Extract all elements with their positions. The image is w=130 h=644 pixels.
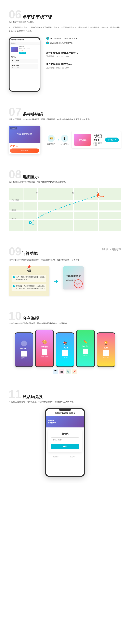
session-1-time-main: 开课时间：2021-1-10 18:00: [46, 55, 121, 58]
poster-qr-2: [42, 349, 47, 355]
poster-content-1: 平面设计1 扫码报名: [15, 333, 33, 366]
svg-text:东三环南路: 东三环南路: [12, 199, 19, 201]
qr-card-title: 在职研究78天速进进阶课: [93, 134, 103, 142]
session-1-title: 第一节 蜡笔画: [12, 60, 37, 61]
section-10-desc: 一键自动生成线下课专属海报，用户分享海报获得佣金、实现裂变。: [9, 322, 121, 325]
poster-screen-1: 平面设计1 扫码报名: [15, 333, 33, 366]
course-info: 产品大师 在职研究78天速进进阶 实价:10 购买课程: [19, 46, 30, 54]
qr-card-img-text: 在职研究课: [79, 139, 86, 141]
poster-content-5: 🏆 精品课 限时报名: [97, 333, 115, 366]
qa-title: 问答: [12, 269, 46, 272]
schedule-location: 📍 北京市朝阳区球球督察中心: [46, 42, 121, 44]
section-06-number: 06: [9, 9, 22, 20]
map-svg: 东三环南路 建国路 朝阳路 工体南路 光华路 长安街 起点 目的地: [9, 188, 121, 231]
activation-screen: 查看线下课购买激活码兑换 全职财务 会计精英班 激活码 确认 规则说明 激活码记…: [46, 409, 84, 476]
section-08: 08 地图显示 线下课地址自动带引地图位置，用户可根据地址导航至上课场地。 东三…: [0, 160, 130, 237]
qa-card: 📌 问答 约约：请问，请问这门课程在哪个地方呢还是在哪个地方... 商家回复：在…: [9, 266, 49, 296]
svg-rect-0: [9, 188, 121, 231]
qr-demo-area: 在职研究 78天速进进阶课 实价:10 购买课程 ➜ 🎫 生成核销码 ➜ 📱 出…: [9, 126, 121, 154]
act-modal: 激活码 确认: [48, 430, 82, 452]
poster-content-4: ✏️ 设计进阶 扫码学习: [77, 330, 94, 366]
poster-desc-3: 立即报名: [62, 356, 68, 358]
step-box-1: 🎫 生成核销码: [47, 135, 55, 145]
promo-text: 活出你的梦想: [66, 274, 81, 278]
location-text: 北京市朝阳区球球督察中心: [50, 42, 73, 44]
poster-emoji-5: 🏆: [104, 341, 108, 345]
svg-text:建国路: 建国路: [12, 209, 16, 211]
qa-item-2: 商家回复：在北京市朝阳区，上课地点就在二环10块地，请您到时候准时到场学习: [12, 284, 46, 291]
footer-link-1[interactable]: 规则说明: [53, 456, 59, 458]
confirm-btn[interactable]: 确认: [51, 444, 79, 449]
icon-2: 📷: [60, 370, 63, 373]
date-text: 2021-10-08 8:00~2021-10-10 18:00: [50, 37, 80, 39]
poster-emoji-3: 📚: [63, 341, 67, 345]
section-09-number: 09: [9, 246, 22, 257]
schedule-info: 📅 2021-10-08 8:00~2021-10-10 18:00 📍 北京市…: [46, 37, 121, 72]
icon-btn-4[interactable]: 📌: [72, 369, 77, 374]
qa-text-2: 商家回复：在北京市朝阳区，上课地点就在二环10块地，请您到时候准时到场学习: [16, 285, 45, 290]
arrow-steps: ➜ 🎫 生成核销码 ➜ 📱 出示核销码: [43, 135, 68, 145]
poster-desc-2: 长按识别报名: [41, 355, 48, 357]
qr-card-img: 在职研究课: [74, 134, 91, 146]
section-07-number: 07: [9, 106, 22, 118]
poster-screen-5: 🏆 精品课 限时报名: [97, 333, 115, 366]
poster-title-5: 精品课: [104, 347, 108, 349]
poster-phones: 平面设计1 扫码报名 🎨 课程海报 长按识别报名 📚 分享课程: [9, 330, 121, 367]
qr-card: 在职研究课 在职研究78天速进进阶课 2021-10-08 8:00 出示核销码: [71, 131, 121, 148]
poster-qr-3: [62, 350, 68, 356]
act-modal-title: 激活码: [51, 432, 79, 436]
course-card-title: 78天速进进阶课: [16, 132, 33, 137]
activation-phone: 查看线下课购买激活码兑换 全职财务 会计精英班 激活码 确认 规则说明 激活码记…: [45, 408, 85, 477]
buy-course-btn[interactable]: 购买课程: [10, 148, 39, 153]
poster-desc-1: 扫码报名: [21, 357, 27, 359]
course-thumb: [11, 47, 18, 52]
activation-code-input[interactable]: [51, 438, 79, 442]
poster-avatar-1: [21, 340, 27, 346]
icon-btn-1[interactable]: 🖼: [53, 369, 58, 374]
banner-text: 全职财务 会计精英班: [48, 420, 56, 424]
section-08-desc: 线下课地址自动带引地图位置，用户可根据地址导航至上课场地。: [9, 180, 121, 184]
poster-title-3: 分享课程: [62, 347, 68, 349]
qa-item-1: 约约：请问，请问这门课程在哪个地方呢还是在哪个地方...: [12, 275, 46, 282]
section-06-desc2: 如：设计课是线下课程，可按每节课分别设置标题和上课时间，当学员购买课程后，系统自…: [9, 26, 121, 32]
arrow-2: ➜: [57, 138, 59, 142]
poster-screen-4: ✏️ 设计进阶 扫码学习: [77, 330, 94, 366]
course-price: 实价:10: [19, 50, 30, 51]
phone-sub-bar: 课程列表: [10, 42, 40, 45]
footer-link-2[interactable]: 激活码记录: [70, 456, 77, 458]
section-11: 11 激活码兑换 可批量生成激活码，用户购买实体商家赠送激活码，用激活码兑换线下…: [0, 380, 130, 483]
phone-buy-btn[interactable]: 购买课程: [19, 52, 26, 54]
poster-title-1: 平面设计1: [20, 348, 28, 350]
poster-phone-4: ✏️ 设计进阶 扫码学习: [76, 330, 95, 367]
show-qr-btn[interactable]: 出示核销码: [105, 138, 119, 142]
section-06-desc: 线下课支持单节或多节课程。: [9, 20, 121, 24]
poster-screen-2: 🎨 课程海报 长按识别报名: [36, 330, 53, 366]
step-2-icon: 📱: [61, 135, 68, 142]
session-2-time-main: 开课时间：2021-1-11 18:00: [46, 66, 121, 69]
icon-4: 📌: [73, 370, 76, 373]
course-card-price: 实价:10: [10, 144, 18, 147]
qa-text-1: 约约：请问，请问这门课程在哪个地方呢还是在哪个地方...: [16, 276, 45, 281]
section-08-title: 地图显示: [23, 169, 39, 180]
step-1-label: 生成核销码: [47, 143, 55, 145]
course-card-demo: 在职研究 78天速进进阶课 实价:10 购买课程: [9, 126, 40, 154]
session-2-title-main: 第二节 图案画《汽车彩绘》: [46, 63, 121, 66]
icon-btn-2[interactable]: 📷: [59, 369, 64, 374]
qa-arrow: ➜: [53, 278, 58, 284]
section-07-header: 07 课程核销码: [9, 106, 121, 118]
section-11-number: 11: [9, 388, 22, 400]
phone-screen-06: 我的线下课程报名详情 课程列表 产品大师 在职研究78天速进进阶 实价:10 购…: [10, 38, 40, 91]
section-07-right: 在职研究课 在职研究78天速进进阶课 2021-10-08 8:00 出示核销码: [71, 131, 121, 148]
course-session-1: 第一节 蜡笔画《到处旅行的蜗牛》 开课时间：2021-1-10 18:00: [46, 49, 121, 60]
svg-text:起点: 起点: [32, 224, 35, 225]
pin-icon: 📌: [27, 265, 31, 269]
section-10-number: 10: [9, 310, 22, 322]
icon-btn-3[interactable]: 📎: [66, 369, 71, 374]
poster-qr-5: [103, 350, 109, 356]
step-2-label: 出示核销码: [61, 143, 68, 145]
section-10-header: 10 分享海报: [9, 310, 121, 322]
session-label: 课程节次: [11, 56, 38, 58]
section-10-title: 分享海报: [23, 310, 39, 321]
section-06-header: 06 单节/多节线下课: [9, 9, 121, 20]
phone-notch: [59, 409, 71, 411]
